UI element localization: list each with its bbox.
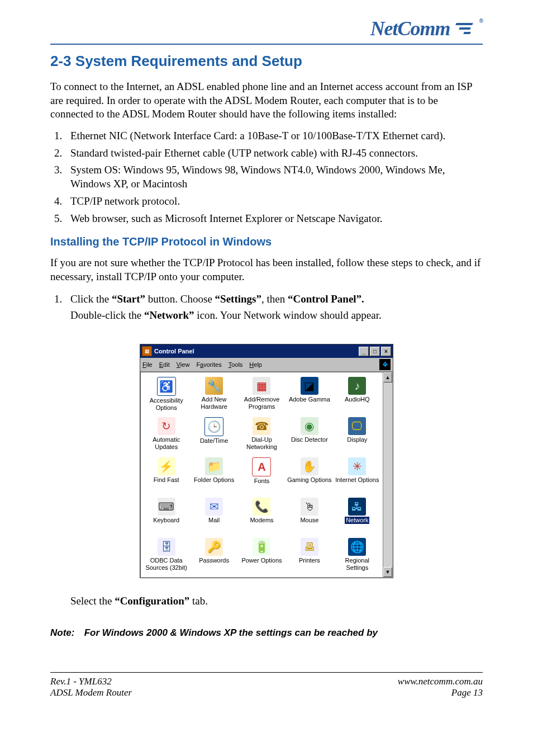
mouse-icon: 🖰 — [301, 498, 318, 516]
region-icon: 🌐 — [348, 538, 366, 556]
list-item: Standard twisted-pair Ethernet cable (UT… — [65, 147, 483, 160]
install-steps: Click the “Start” button. Choose “Settin… — [50, 292, 483, 306]
menu-help[interactable]: Help — [249, 361, 262, 368]
menu-tools[interactable]: Tools — [229, 361, 243, 368]
maximize-button[interactable]: □ — [370, 347, 380, 356]
addhw-icon: 🔧 — [205, 377, 223, 395]
menu-view[interactable]: View — [177, 361, 190, 368]
cp-item-modem[interactable]: 📞Modems — [239, 498, 285, 532]
cp-item-mouse[interactable]: 🖰Mouse — [286, 498, 332, 532]
cp-item-label: AudioHQ — [345, 396, 370, 403]
menu-file[interactable]: File — [142, 361, 153, 368]
scroll-up-button[interactable]: ▲ — [383, 372, 392, 382]
cp-item-label: Find Fast — [154, 476, 179, 484]
cp-item-pwd[interactable]: 🔑Passwords — [191, 538, 237, 573]
net-icon: 🖧 — [348, 498, 366, 516]
icon-grid: ♿Accessibility Options🔧Add New Hardware▦… — [140, 372, 383, 578]
cp-item-inet[interactable]: ✳Internet Options — [334, 457, 380, 492]
cp-item-label: Automatic Updates — [144, 436, 189, 450]
registered-mark: ® — [479, 18, 483, 24]
list-item: TCP/IP network protocol. — [65, 195, 483, 209]
power-icon: 🔋 — [253, 538, 270, 556]
cp-item-auto[interactable]: ↻Automatic Updates — [143, 417, 189, 452]
pwd-icon: 🔑 — [205, 538, 223, 556]
cp-item-kb[interactable]: ⌨Keyboard — [143, 498, 189, 532]
cp-item-access[interactable]: ♿Accessibility Options — [143, 377, 189, 412]
cp-item-fonts[interactable]: AFonts — [239, 457, 285, 492]
disc-icon: ◉ — [301, 417, 318, 435]
window-icon: ▦ — [142, 346, 152, 356]
window-titlebar[interactable]: ▦ Control Panel _ □ × — [140, 344, 393, 358]
modem-icon: 📞 — [253, 498, 270, 516]
scroll-down-button[interactable]: ▼ — [383, 567, 392, 577]
cp-item-net[interactable]: 🖧Network — [334, 498, 380, 532]
date-icon: 🕒 — [204, 417, 223, 436]
cp-item-label: Printers — [299, 557, 320, 564]
cp-item-dialup[interactable]: ☎Dial-Up Networking — [239, 417, 285, 452]
vertical-scrollbar[interactable]: ▲ ▼ — [383, 372, 393, 578]
cp-item-label: Accessibility Options — [144, 397, 189, 411]
cp-item-find[interactable]: ⚡Find Fast — [143, 457, 189, 492]
cp-item-label: Dial-Up Networking — [239, 436, 284, 450]
step-1-sub: Double-click the “Network” icon. Your Ne… — [70, 309, 483, 322]
cp-item-addhw[interactable]: 🔧Add New Hardware — [191, 377, 237, 412]
throbber-icon: ❖ — [379, 359, 391, 370]
cp-item-label: Passwords — [199, 557, 229, 564]
section-intro: To connect to the Internet, an ADSL enab… — [50, 80, 483, 121]
cp-item-label: Fonts — [254, 478, 270, 485]
cp-item-label: Mouse — [300, 517, 318, 524]
cp-item-date[interactable]: 🕒Date/Time — [191, 417, 237, 452]
cp-item-label: Add/Remove Programs — [239, 396, 284, 410]
window-title: Control Panel — [154, 348, 358, 355]
note: Note: For Windows 2000 & Windows XP the … — [50, 627, 483, 639]
cp-item-mail[interactable]: ✉Mail — [191, 498, 237, 532]
cp-item-odbc[interactable]: 🗄ODBC Data Sources (32bit) — [143, 538, 189, 573]
brand-mark-icon — [454, 23, 476, 34]
footer-left: Rev.1 - YML632 ADSL Modem Router — [50, 676, 132, 698]
cp-item-gaming[interactable]: ✋Gaming Options — [286, 457, 332, 492]
close-button[interactable]: × — [381, 347, 391, 356]
install-intro: If you are not sure whether the TCP/IP P… — [50, 256, 483, 284]
print-icon: 🖶 — [301, 538, 318, 556]
cp-item-folder[interactable]: 📁Folder Options — [191, 457, 237, 492]
header-logo-row: NetComm ® — [50, 17, 483, 45]
cp-item-power[interactable]: 🔋Power Options — [239, 538, 285, 573]
cp-item-audio[interactable]: ♪AudioHQ — [334, 377, 380, 412]
odbc-icon: 🗄 — [158, 538, 175, 556]
cp-item-label: Power Options — [241, 557, 282, 564]
step-1: Click the “Start” button. Choose “Settin… — [65, 292, 483, 306]
cp-item-label: Folder Options — [194, 476, 234, 484]
cp-item-addrm[interactable]: ▦Add/Remove Programs — [239, 377, 285, 412]
cp-item-print[interactable]: 🖶Printers — [286, 538, 332, 573]
audio-icon: ♪ — [348, 377, 366, 395]
scroll-track[interactable] — [383, 382, 392, 567]
cp-item-label: Gaming Options — [287, 476, 331, 484]
gamma-icon: ◪ — [301, 377, 318, 395]
install-title: Installing the TCP/IP Protocol in Window… — [50, 235, 483, 248]
cp-item-label: Disc Detector — [291, 436, 328, 443]
menu-favorites[interactable]: Favorites — [196, 361, 221, 368]
section-title: 2-3 System Requirements and Setup — [50, 53, 483, 70]
note-label: Note: — [50, 627, 82, 639]
cp-item-label: Regional Settings — [335, 557, 380, 571]
folder-icon: 📁 — [205, 457, 223, 475]
list-item: Web browser, such as Microsoft Internet … — [65, 212, 483, 226]
footer-right: www.netcomm.com.au Page 13 — [398, 676, 483, 698]
display-icon: 🖵 — [348, 417, 366, 435]
list-item: Ethernet NIC (Network Interface Card: a … — [65, 129, 483, 143]
control-panel-window: ▦ Control Panel _ □ × File Edit View Fav… — [140, 344, 393, 578]
requirements-list: Ethernet NIC (Network Interface Card: a … — [50, 129, 483, 225]
cp-item-region[interactable]: 🌐Regional Settings — [334, 538, 380, 573]
page-footer: Rev.1 - YML632 ADSL Modem Router www.net… — [50, 672, 483, 698]
cp-item-label: Add New Hardware — [191, 396, 236, 410]
cp-item-disc[interactable]: ◉Disc Detector — [286, 417, 332, 452]
step-select-config: Select the “Configuration” tab. — [70, 595, 483, 607]
cp-item-label: ODBC Data Sources (32bit) — [144, 557, 189, 571]
cp-item-display[interactable]: 🖵Display — [334, 417, 380, 452]
cp-item-label: Keyboard — [153, 517, 179, 524]
cp-item-gamma[interactable]: ◪Adobe Gamma — [286, 377, 332, 412]
brand-logo: NetComm ® — [370, 17, 483, 40]
cp-item-label: Internet Options — [335, 476, 379, 484]
menu-edit[interactable]: Edit — [159, 361, 170, 368]
minimize-button[interactable]: _ — [359, 347, 369, 356]
